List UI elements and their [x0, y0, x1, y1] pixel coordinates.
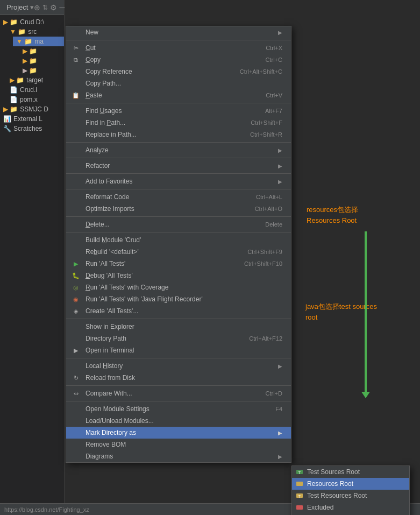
divider-9 [66, 319, 291, 319]
menu-add-favorites-arrow: ▶ [278, 179, 282, 185]
tree-item-sub1[interactable]: ▶ 📁 [19, 46, 64, 56]
menu-diagrams-label: Diagrams [86, 453, 113, 460]
menu-run-tests[interactable]: ▶ Run 'All Tests' Ctrl+Shift+F10 [66, 258, 291, 270]
menu-copy-ref-label: Copy Reference [86, 68, 132, 75]
terminal-icon: ▶ [72, 347, 80, 354]
menu-analyze[interactable]: Analyze ▶ [66, 144, 291, 156]
menu-copy-path-label: Copy Path... [86, 80, 121, 87]
menu-module-settings[interactable]: Open Module Settings F4 [66, 403, 291, 415]
menu-find-in-path[interactable]: Find in Path... Ctrl+Shift+F [66, 117, 291, 129]
divider-5 [66, 173, 291, 174]
tree-item-main[interactable]: ▼ 📁 ma [13, 37, 64, 46]
folder-icon: ▶ 📁 [3, 105, 18, 113]
menu-add-favorites[interactable]: Add to Favorites ▶ [66, 175, 291, 187]
menu-dir-path-shortcut: Ctrl+Alt+F12 [249, 335, 282, 342]
project-panel: Project ▾ ⊕ ⇅ ⚙ ─ ▶ 📁 Crud D:\ ▼ 📁 src ▼… [0, 0, 65, 515]
copy-icon: ⧉ [72, 57, 80, 64]
menu-replace-in-path-shortcut: Ctrl+Shift+R [250, 131, 282, 138]
tree-item-sub3[interactable]: ▶ 📁 [19, 66, 64, 75]
menu-run-tests-label: Run 'All Tests' [86, 260, 125, 267]
menu-find-in-path-shortcut: Ctrl+Shift+F [251, 119, 282, 126]
divider-7 [66, 216, 291, 217]
submenu-resources-root[interactable]: Resources Root [292, 478, 409, 490]
divider-1 [66, 40, 291, 40]
divider-10 [66, 358, 291, 358]
menu-find-usages-shortcut: Alt+F7 [265, 108, 282, 114]
svg-rect-5 [296, 505, 303, 510]
menu-debug-tests[interactable]: 🐛 Debug 'All Tests' [66, 270, 291, 281]
tree-item-ssmjc[interactable]: ▶ 📁 SSMJC D [0, 104, 64, 114]
menu-analyze-label: Analyze [86, 146, 109, 154]
tree-item-crud[interactable]: ▶ 📁 Crud D:\ [0, 17, 64, 27]
menu-run-flight[interactable]: ◉ Run 'All Tests' with 'Java Flight Reco… [66, 293, 291, 305]
folder-icon: ▶ 📁 [10, 76, 24, 84]
menu-delete-label: Delete... [86, 221, 110, 228]
scope-icon[interactable]: ⊕ [34, 3, 40, 12]
menu-new[interactable]: New ▶ [66, 26, 291, 38]
menu-refactor-arrow: ▶ [278, 163, 282, 169]
menu-open-terminal-label: Open in Terminal [86, 347, 134, 354]
submenu-resources-root-label: Resources Root [307, 480, 353, 488]
menu-cut[interactable]: ✂ Cut Ctrl+X [66, 42, 291, 54]
project-header[interactable]: Project ▾ ⊕ ⇅ ⚙ ─ [0, 0, 64, 15]
menu-diagrams[interactable]: Diagrams ▶ [66, 450, 291, 462]
menu-module-settings-label: Open Module Settings [86, 405, 150, 413]
annotation-text1: resources包选择 [307, 204, 358, 215]
menu-create-tests[interactable]: ◈ Create 'All Tests'... [66, 305, 291, 317]
menu-optimize[interactable]: Optimize Imports Ctrl+Alt+O [66, 203, 291, 215]
menu-copy-path[interactable]: Copy Path... [66, 77, 291, 89]
menu-refactor[interactable]: Refactor ▶ [66, 160, 291, 172]
menu-reformat-label: Reformat Code [86, 193, 129, 201]
tree-item-crud-iml[interactable]: 📄 Crud.i [6, 85, 64, 95]
context-menu: New ▶ ✂ Cut Ctrl+X ⧉ Copy Ctrl+C Copy Re… [66, 26, 291, 463]
tree-item-external[interactable]: 📊 External L [0, 114, 64, 124]
submenu-test-resources-label: Test Resources Root [307, 492, 367, 499]
menu-run-coverage[interactable]: ◎ Run 'All Tests' with Coverage [66, 281, 291, 293]
menu-find-usages[interactable]: Find Usages Alt+F7 [66, 105, 291, 117]
divider-6 [66, 189, 291, 189]
menu-build[interactable]: Build Module 'Crud' [66, 234, 291, 246]
settings-icon[interactable]: ⚙ [50, 3, 57, 12]
tree-item-sub2[interactable]: ▶ 📁 [19, 56, 64, 66]
cut-icon: ✂ [72, 45, 80, 52]
submenu-excluded[interactable]: Excluded [292, 502, 409, 513]
menu-rebuild[interactable]: Rebuild '<default>' Ctrl+Shift+F9 [66, 246, 291, 258]
menu-copy-ref[interactable]: Copy Reference Ctrl+Alt+Shift+C [66, 66, 291, 77]
menu-show-explorer[interactable]: Show in Explorer [66, 321, 291, 333]
menu-reformat[interactable]: Reformat Code Ctrl+Alt+L [66, 191, 291, 203]
menu-remove-bom[interactable]: Remove BOM [66, 439, 291, 450]
menu-load-modules[interactable]: Load/Unload Modules... [66, 415, 291, 427]
menu-run-coverage-label: Run 'All Tests' with Coverage [86, 284, 168, 291]
menu-paste-label: Paste [86, 91, 102, 99]
menu-dir-path[interactable]: Directory Path Ctrl+Alt+F12 [66, 333, 291, 344]
menu-compare[interactable]: ⇔ Compare With... Ctrl+D [66, 387, 291, 399]
tree-item-src[interactable]: ▼ 📁 src [6, 27, 64, 37]
menu-mark-dir-label: Mark Directory as [86, 429, 136, 436]
menu-reload[interactable]: ↻ Reload from Disk [66, 372, 291, 384]
folder-icon: ▼ 📁 [16, 38, 32, 45]
menu-open-terminal[interactable]: ▶ Open in Terminal [66, 344, 291, 356]
submenu-test-sources[interactable]: T Test Sources Root [292, 466, 409, 478]
svg-rect-2 [296, 482, 303, 486]
menu-copy-shortcut: Ctrl+C [266, 57, 282, 63]
tree-item-pom[interactable]: 📄 pom.x [6, 95, 64, 104]
menu-mark-dir[interactable]: Mark Directory as ▶ [66, 427, 291, 439]
menu-paste[interactable]: 📋 Paste Ctrl+V [66, 89, 291, 101]
minimize-icon[interactable]: ─ [59, 3, 65, 12]
scroll-icon[interactable]: ⇅ [42, 4, 48, 11]
svg-text:T: T [298, 495, 301, 498]
submenu-test-resources[interactable]: T Test Resources Root [292, 490, 409, 502]
menu-delete[interactable]: Delete... Delete [66, 218, 291, 230]
menu-delete-shortcut: Delete [265, 221, 282, 228]
project-dropdown-icon[interactable]: ▾ [30, 3, 34, 11]
submenu-excluded-label: Excluded [307, 504, 333, 511]
debug-icon: 🐛 [72, 272, 80, 279]
tree-item-target[interactable]: ▶ 📁 target [6, 75, 64, 85]
menu-module-settings-shortcut: F4 [275, 406, 282, 412]
menu-replace-in-path[interactable]: Replace in Path... Ctrl+Shift+R [66, 129, 291, 140]
green-arrow [365, 231, 367, 393]
menu-copy[interactable]: ⧉ Copy Ctrl+C [66, 54, 291, 66]
tree-item-scratches[interactable]: 🔧 Scratches [0, 124, 64, 133]
menu-local-history[interactable]: Local History ▶ [66, 360, 291, 372]
menu-build-label: Build Module 'Crud' [86, 236, 141, 244]
